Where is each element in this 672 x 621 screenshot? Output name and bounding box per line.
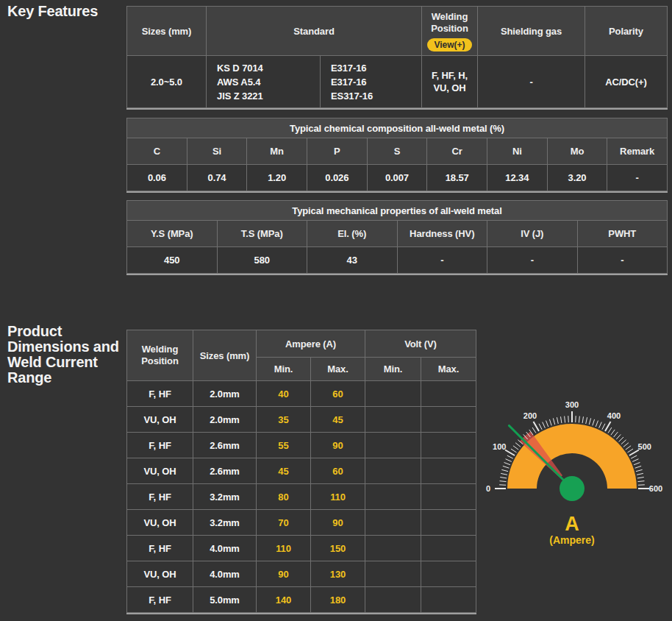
row-volt-min <box>365 484 421 509</box>
mech-value: 450 <box>127 247 217 273</box>
row-position: F, HF <box>127 484 193 509</box>
ampere-gauge: 0100200300400500600 A (Ampere) <box>478 388 672 547</box>
mech-col-header: El. (%) <box>307 221 397 246</box>
spec-polarity-value: AC/DC(+) <box>585 56 667 107</box>
row-ampere-min: 45 <box>257 458 310 483</box>
mech-col-header: T.S (MPa) <box>218 221 307 246</box>
gauge-tick-label: 400 <box>607 411 621 420</box>
row-size: 2.0mm <box>193 407 256 432</box>
gauge-minor-tick <box>557 417 558 424</box>
chem-value: - <box>607 165 667 191</box>
spec-header-standard: Standard <box>207 7 421 55</box>
row-position: VU, OH <box>127 458 193 483</box>
gauge-minor-tick <box>549 419 551 426</box>
gauge-minor-tick <box>543 422 546 428</box>
gauge-minor-tick <box>616 434 621 439</box>
mech-value: - <box>398 247 487 273</box>
gauge-minor-tick <box>500 478 507 478</box>
row-volt-min <box>365 458 421 483</box>
mech-value: 43 <box>307 247 397 273</box>
row-size: 2.0mm <box>193 381 256 406</box>
gauge-minor-tick <box>582 416 583 423</box>
row-size: 3.2mm <box>193 510 256 535</box>
spec-welding-position-value: F, HF, H, VU, OH <box>422 56 477 107</box>
row-size: 2.6mm <box>193 433 256 458</box>
row-volt-max <box>421 587 476 612</box>
gauge-minor-tick <box>553 418 554 425</box>
gauge-minor-tick <box>638 481 645 482</box>
standard-code: KS D 7014 <box>217 61 263 75</box>
gauge-minor-tick <box>506 459 512 462</box>
mech-value: 580 <box>218 247 307 273</box>
chem-col-header: Ni <box>487 138 547 164</box>
gauge-minor-tick <box>635 466 642 468</box>
current-header-volt: Volt (V) <box>365 330 476 357</box>
chem-value: 0.026 <box>307 165 367 191</box>
ampere-gauge-svg: 0100200300400500600 A (Ampere) <box>478 388 672 547</box>
current-header-welding-position: Welding Position <box>127 330 193 380</box>
row-ampere-min: 110 <box>257 536 310 561</box>
row-volt-min <box>365 587 421 612</box>
mech-col-header: Hardness (HV) <box>398 221 487 246</box>
gauge-minor-tick <box>589 418 590 425</box>
mechanical-properties-table: Typical mechanical properties of all-wel… <box>126 200 668 275</box>
gauge-minor-tick <box>593 419 595 426</box>
gauge-minor-tick <box>513 446 518 450</box>
spec-header-sizes: Sizes (mm) <box>127 7 206 55</box>
mech-value: - <box>487 247 577 273</box>
row-volt-max <box>421 510 476 535</box>
chemical-composition-table: Typical chemical composition all-weld me… <box>126 118 668 193</box>
standard-class: E317-16 <box>331 75 373 89</box>
gauge-minor-tick <box>631 455 637 458</box>
row-size: 2.6mm <box>193 458 256 483</box>
row-ampere-max: 90 <box>311 510 365 535</box>
spec-standard-codes: KS D 7014 AWS A5.4 JIS Z 3221 <box>207 56 320 107</box>
row-ampere-max: 180 <box>311 587 365 612</box>
spec-shielding-gas-value: - <box>478 56 585 107</box>
gauge-minor-tick <box>611 430 615 435</box>
chem-col-header: S <box>368 138 427 164</box>
row-volt-max <box>421 433 476 458</box>
ampere-max-header: Max. <box>311 358 365 380</box>
spec-standard-classes: E317-16 E317-16 ES317-16 <box>321 56 421 107</box>
gauge-minor-tick <box>515 443 521 447</box>
row-ampere-min: 55 <box>257 433 310 458</box>
gauge-minor-tick <box>614 432 618 437</box>
gauge-minor-tick <box>504 463 510 465</box>
gauge-tick-label: 500 <box>638 442 651 451</box>
chem-col-header: Si <box>187 138 247 164</box>
row-volt-min <box>365 561 421 586</box>
gauge-minor-tick <box>579 416 579 423</box>
gauge-minor-tick <box>511 449 517 453</box>
row-position: F, HF <box>127 381 193 406</box>
chem-value: 0.007 <box>368 165 427 191</box>
gauge-unit-label: A <box>565 513 579 535</box>
product-dimensions-heading: Product Dimensions and Weld Current Rang… <box>7 324 131 386</box>
gauge-minor-tick <box>561 416 562 423</box>
mech-col-header: PWHT <box>578 221 668 246</box>
view-button[interactable]: View(+) <box>427 38 471 52</box>
gauge-minor-tick <box>608 427 612 433</box>
current-header-ampere: Ampere (A) <box>257 330 365 357</box>
gauge-minor-tick <box>539 424 542 430</box>
spec-header-welding-position: Welding Position View(+) <box>422 7 477 55</box>
gauge-minor-tick <box>565 416 565 423</box>
row-ampere-min: 70 <box>257 510 310 535</box>
row-position: VU, OH <box>127 510 193 535</box>
row-ampere-max: 45 <box>311 407 365 432</box>
gauge-minor-tick <box>503 466 510 468</box>
row-ampere-max: 110 <box>311 484 365 509</box>
standard-class: E317-16 <box>331 61 373 75</box>
row-volt-max <box>421 458 476 483</box>
gauge-minor-tick <box>623 443 629 447</box>
row-volt-max <box>421 381 476 406</box>
row-position: VU, OH <box>127 407 193 432</box>
gauge-minor-tick <box>632 459 638 462</box>
row-position: F, HF <box>127 433 193 458</box>
row-ampere-max: 60 <box>311 381 365 406</box>
mech-col-header: Y.S (MPa) <box>127 221 217 246</box>
product-spec-page: Key Features Sizes (mm) Standard Welding… <box>0 0 672 621</box>
gauge-tick-label: 300 <box>565 400 579 409</box>
gauge-minor-tick <box>500 481 507 482</box>
row-ampere-max: 90 <box>311 433 365 458</box>
